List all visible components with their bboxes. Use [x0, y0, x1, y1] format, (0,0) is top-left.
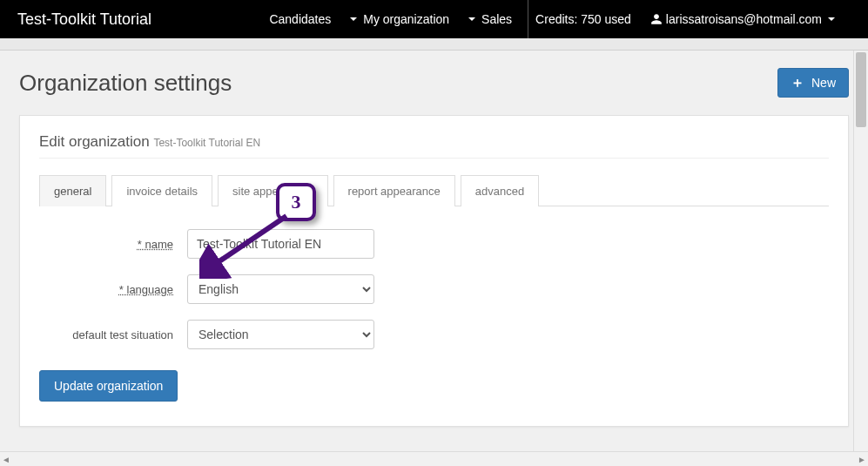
panel-heading: Edit organization Test-Toolkit Tutorial … [39, 133, 829, 151]
page-header: Organization settings ＋ New [19, 68, 849, 98]
tabs: general invoice details site appearance … [39, 174, 829, 206]
panel-heading-text: Edit organization [39, 133, 150, 150]
select-language[interactable]: English [187, 274, 374, 304]
main-viewport: Organization settings ＋ New Edit organiz… [0, 51, 868, 451]
brand-title[interactable]: Test-Toolkit Tutorial [17, 10, 151, 29]
label-default-test: default test situation [39, 328, 187, 341]
panel-subheading: Test-Toolkit Tutorial EN [153, 137, 260, 149]
nav-candidates[interactable]: Candidates [269, 12, 331, 26]
page-content: Organization settings ＋ New Edit organiz… [0, 51, 868, 451]
tab-report-appearance[interactable]: report appearance [333, 175, 455, 206]
new-button[interactable]: ＋ New [777, 68, 849, 98]
label-default-test-text: default test situation [72, 328, 173, 341]
nav-sales-label: Sales [481, 12, 512, 26]
label-name-text: * name [138, 238, 173, 251]
panel-divider [39, 158, 829, 159]
form-row-name: * name [39, 229, 829, 259]
scroll-right-icon[interactable]: ► [858, 455, 866, 464]
select-default-test[interactable]: Selection [187, 320, 374, 349]
scrollbar-thumb[interactable] [856, 52, 866, 127]
vertical-scrollbar[interactable] [853, 51, 868, 451]
tab-general[interactable]: general [39, 175, 106, 206]
nav-secondary-group: Credits: 750 used larissatroisans@hotmai… [535, 12, 851, 26]
top-navbar: Test-Toolkit Tutorial Candidates My orga… [0, 0, 868, 38]
update-organization-label: Update organization [54, 379, 163, 393]
chevron-down-icon [828, 17, 835, 21]
nav-credits[interactable]: Credits: 750 used [535, 12, 631, 26]
form-row-default-test: default test situation Selection [39, 320, 829, 349]
new-button-label: New [811, 76, 836, 90]
tab-site-appearance[interactable]: site appearance [218, 175, 328, 206]
nav-sales[interactable]: Sales [468, 12, 512, 26]
nav-divider [528, 0, 528, 38]
nav-credits-label: Credits: 750 used [535, 12, 631, 26]
chevron-down-icon [350, 17, 357, 21]
nav-my-organization[interactable]: My organization [350, 12, 449, 26]
tab-advanced[interactable]: advanced [461, 175, 539, 206]
label-language-text: * language [119, 283, 173, 296]
update-organization-button[interactable]: Update organization [39, 370, 178, 402]
horizontal-scrollbar[interactable]: ◄ ► [0, 451, 868, 466]
label-language: * language [39, 283, 187, 296]
form-row-language: * language English [39, 274, 829, 304]
user-icon [650, 12, 663, 26]
plus-icon: ＋ [791, 77, 804, 89]
label-name: * name [39, 238, 187, 251]
page-title: Organization settings [19, 70, 232, 97]
nav-my-organization-label: My organization [363, 12, 449, 26]
scroll-left-icon[interactable]: ◄ [2, 455, 10, 464]
organization-panel: Edit organization Test-Toolkit Tutorial … [19, 115, 849, 427]
nav-user-menu[interactable]: larissatroisans@hotmail.com [650, 12, 835, 26]
nav-primary-group: Candidates My organization Sales [269, 12, 528, 26]
input-name[interactable] [187, 229, 374, 259]
nav-candidates-label: Candidates [269, 12, 331, 26]
nav-user-email: larissatroisans@hotmail.com [666, 12, 822, 26]
tab-invoice-details[interactable]: invoice details [111, 175, 212, 206]
chevron-down-icon [468, 17, 475, 21]
navbar-sub-strip [0, 38, 868, 51]
